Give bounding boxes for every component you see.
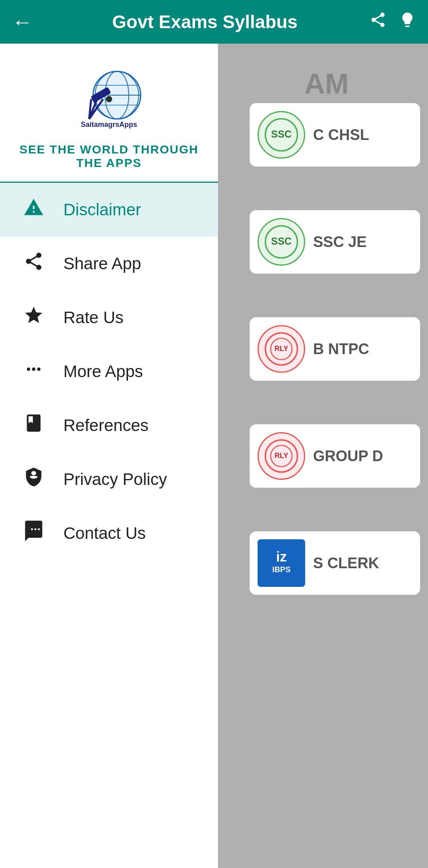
- drawer-header: SaitamagrsApps SEE THE WORLD THROUGH THE…: [0, 44, 218, 183]
- references-icon: [20, 413, 48, 438]
- share-app-icon: [20, 251, 48, 276]
- back-button[interactable]: ←: [12, 10, 32, 34]
- warning-icon: [20, 197, 48, 222]
- svg-point-23: [106, 96, 112, 102]
- app-bar-actions: [369, 11, 416, 33]
- more-apps-icon: [20, 359, 48, 384]
- share-app-label: Share App: [63, 254, 141, 273]
- drawer-overlay: SaitamagrsApps SEE THE WORLD THROUGH THE…: [0, 44, 428, 868]
- menu-item-contact-us[interactable]: Contact Us: [0, 506, 218, 560]
- disclaimer-label: Disclaimer: [63, 200, 141, 219]
- contact-us-icon: [20, 521, 48, 546]
- menu-item-disclaimer[interactable]: Disclaimer: [0, 183, 218, 237]
- menu-item-privacy-policy[interactable]: Privacy Policy: [0, 452, 218, 506]
- lightbulb-icon[interactable]: [399, 11, 416, 33]
- drawer-menu: Disclaimer Share App Rate Us: [0, 183, 218, 868]
- drawer-tagline: SEE THE WORLD THROUGH THE APPS: [16, 143, 202, 170]
- privacy-policy-icon: [20, 467, 48, 492]
- menu-item-references[interactable]: References: [0, 399, 218, 452]
- svg-text:SaitamagrsApps: SaitamagrsApps: [81, 121, 137, 128]
- menu-item-share-app[interactable]: Share App: [0, 237, 218, 291]
- privacy-policy-label: Privacy Policy: [63, 470, 167, 489]
- contact-us-label: Contact Us: [63, 524, 146, 543]
- menu-item-more-apps[interactable]: More Apps: [0, 345, 218, 399]
- star-icon: [20, 305, 48, 330]
- more-apps-label: More Apps: [63, 362, 143, 381]
- navigation-drawer: SaitamagrsApps SEE THE WORLD THROUGH THE…: [0, 44, 218, 868]
- menu-item-rate-us[interactable]: Rate Us: [0, 291, 218, 345]
- share-icon[interactable]: [369, 11, 387, 33]
- references-label: References: [63, 416, 149, 435]
- app-logo: SaitamagrsApps: [65, 63, 153, 135]
- app-bar: ← Govt Exams Syllabus: [0, 0, 428, 44]
- rate-us-label: Rate Us: [63, 308, 124, 327]
- app-bar-title: Govt Exams Syllabus: [40, 11, 369, 33]
